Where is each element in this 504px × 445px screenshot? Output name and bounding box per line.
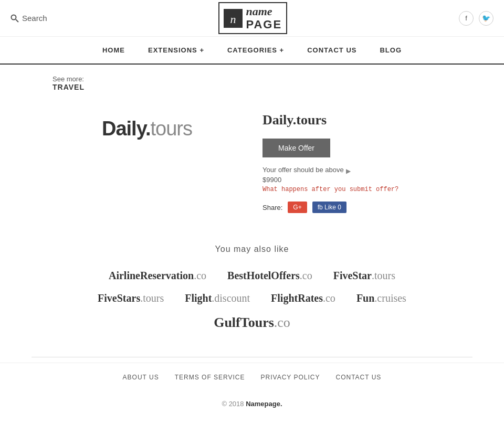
copy-prefix: © 2018 [222, 400, 246, 408]
logo-icon: n [224, 9, 243, 28]
facebook-icon[interactable]: f [459, 11, 474, 26]
search-label: Search [22, 14, 47, 23]
breadcrumb-category[interactable]: TRAVEL [52, 83, 452, 91]
make-offer-button[interactable]: Make Offer [262, 139, 330, 157]
also-like-title: You may also like [32, 245, 472, 254]
domain-detail-panel: Daily.tours Make Offer Your offer should… [262, 107, 452, 213]
footer-privacy[interactable]: PRIVACY POLICY [261, 374, 320, 381]
domain-row-1: AirlineReservation.co BestHotelOffers.co… [109, 270, 395, 282]
offer-info: Your offer should be above ▶ [262, 166, 452, 176]
header: Search n name PAGE f 🐦 [0, 0, 504, 37]
search-icon [10, 14, 19, 23]
list-item[interactable]: FiveStars.tours [98, 292, 164, 304]
footer-contact[interactable]: CONTACT US [335, 374, 381, 381]
footer-nav: ABOUT US TERMS OF SERVICE PRIVACY POLICY… [0, 363, 504, 391]
search-button[interactable]: Search [10, 14, 47, 23]
domain-logo-panel: Daily.tours [52, 107, 242, 140]
domain-logo-display: Daily.tours [102, 118, 192, 140]
domain-row-3: GulfTours.co [214, 315, 290, 331]
nav-extensions[interactable]: EXTENSIONS + [136, 37, 216, 63]
list-item[interactable]: Fun.cruises [356, 292, 406, 304]
offer-arrow: ▶ [346, 167, 351, 175]
domain-title: Daily.tours [262, 112, 452, 128]
see-more-label: See more: [52, 75, 452, 83]
gplus-label: G+ [293, 204, 301, 211]
footer-copyright: © 2018 Namepage. [0, 391, 504, 416]
gplus-button[interactable]: G+ [288, 202, 307, 213]
logo[interactable]: n name PAGE [218, 2, 287, 34]
list-item[interactable]: GulfTours.co [214, 315, 290, 331]
svg-text:n: n [230, 13, 236, 26]
offer-hint: Your offer should be above [262, 166, 344, 174]
twitter-icon[interactable]: 🐦 [479, 11, 494, 26]
nav-categories[interactable]: CATEGORIES + [216, 37, 296, 63]
list-item[interactable]: Flight.discount [185, 292, 250, 304]
what-happens-link[interactable]: What happens after you submit offer? [262, 186, 452, 193]
nav-home[interactable]: HOME [91, 37, 136, 63]
main-nav: HOME EXTENSIONS + CATEGORIES + CONTACT U… [0, 37, 504, 65]
list-item[interactable]: AirlineReservation.co [109, 270, 206, 282]
list-item[interactable]: FlightRates.co [271, 292, 335, 304]
fb-like-button[interactable]: fb Like 0 [312, 202, 346, 213]
copy-brand[interactable]: Namepage. [246, 400, 282, 408]
share-row: Share: G+ fb Like 0 [262, 202, 452, 213]
offer-amount: $9900 [262, 176, 452, 184]
share-label: Share: [262, 204, 282, 211]
logo-page-text: PAGE [246, 18, 282, 31]
list-item[interactable]: BestHotelOffers.co [227, 270, 312, 282]
footer-terms[interactable]: TERMS OF SERVICE [175, 374, 245, 381]
section-divider [32, 357, 472, 357]
also-like-section: You may also like AirlineReservation.co … [0, 234, 504, 352]
nav-blog[interactable]: BLOG [368, 37, 413, 63]
nav-contact[interactable]: CONTACT US [296, 37, 368, 63]
domain-row-2: FiveStars.tours Flight.discount FlightRa… [98, 292, 406, 304]
social-icons: f 🐦 [459, 11, 494, 26]
domain-ext: tours [151, 118, 192, 140]
breadcrumb: See more: TRAVEL [0, 65, 504, 97]
list-item[interactable]: FiveStar.tours [333, 270, 395, 282]
domain-bold: Daily. [102, 118, 151, 140]
footer-about[interactable]: ABOUT US [123, 374, 159, 381]
svg-point-0 [12, 15, 16, 19]
logo-name-text: name [246, 5, 282, 18]
domain-grid: AirlineReservation.co BestHotelOffers.co… [32, 270, 472, 331]
svg-line-1 [16, 19, 18, 22]
main-content: Daily.tours Daily.tours Make Offer Your … [0, 97, 504, 234]
